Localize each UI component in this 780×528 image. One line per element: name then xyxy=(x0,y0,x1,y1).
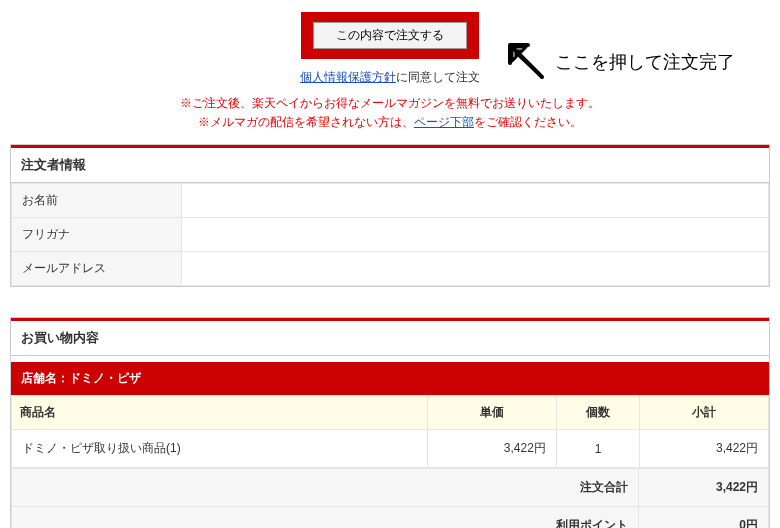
table-header-row: 商品名 単価 個数 小計 xyxy=(12,396,769,430)
cursor-arrow-icon xyxy=(500,35,550,83)
cart-title: お買い物内容 xyxy=(11,321,769,356)
customer-info-section: 注文者情報 お名前 フリガナ メールアドレス xyxy=(10,144,770,287)
order-button-frame: この内容で注文する xyxy=(301,12,479,59)
furigana-value xyxy=(182,218,769,252)
table-row: 注文合計 3,422円 xyxy=(12,469,769,507)
order-total-label: 注文合計 xyxy=(12,469,639,507)
submit-order-button[interactable]: この内容で注文する xyxy=(313,22,467,49)
notice-block: ※ご注文後、楽天ペイからお得なメールマガジンを無料でお送りいたします。 ※メルマ… xyxy=(0,94,780,144)
page-bottom-link[interactable]: ページ下部 xyxy=(414,115,474,129)
item-name: ドミノ・ピザ取り扱い商品(1) xyxy=(12,430,428,468)
table-row: ドミノ・ピザ取り扱い商品(1) 3,422円 1 3,422円 xyxy=(12,430,769,468)
furigana-label: フリガナ xyxy=(12,218,182,252)
email-value xyxy=(182,252,769,286)
col-unit: 単価 xyxy=(428,396,557,430)
col-subtotal: 小計 xyxy=(640,396,769,430)
customer-info-title: 注文者情報 xyxy=(11,148,769,183)
customer-info-table: お名前 フリガナ メールアドレス xyxy=(11,183,769,286)
item-qty: 1 xyxy=(556,430,640,468)
email-label: メールアドレス xyxy=(12,252,182,286)
shop-name-header: 店舗名：ドミノ・ピザ xyxy=(11,362,769,395)
col-name: 商品名 xyxy=(12,396,428,430)
annotation-text: ここを押して注文完了 xyxy=(555,50,735,74)
table-row: お名前 xyxy=(12,184,769,218)
points-value: 0円 xyxy=(639,507,769,528)
table-row: 利用ポイント 0円 xyxy=(12,507,769,528)
cart-section: お買い物内容 店舗名：ドミノ・ピザ 商品名 単価 個数 小計 ドミノ・ピザ取り扱… xyxy=(10,317,770,528)
consent-suffix: に同意して注文 xyxy=(396,70,480,84)
notice-line2-suffix: をご確認ください。 xyxy=(474,115,582,129)
table-row: フリガナ xyxy=(12,218,769,252)
name-label: お名前 xyxy=(12,184,182,218)
notice-line1: ※ご注文後、楽天ペイからお得なメールマガジンを無料でお送りいたします。 xyxy=(180,96,600,110)
items-table: 商品名 単価 個数 小計 ドミノ・ピザ取り扱い商品(1) 3,422円 1 3,… xyxy=(11,395,769,468)
notice-line2-prefix: ※メルマガの配信を希望されない方は、 xyxy=(198,115,414,129)
privacy-policy-link[interactable]: 個人情報保護方針 xyxy=(300,70,396,84)
points-label: 利用ポイント xyxy=(12,507,639,528)
col-qty: 個数 xyxy=(556,396,640,430)
summary-table: 注文合計 3,422円 利用ポイント 0円 請求金額 3,422円 xyxy=(11,468,769,528)
table-row: メールアドレス xyxy=(12,252,769,286)
item-unit: 3,422円 xyxy=(428,430,557,468)
order-total-value: 3,422円 xyxy=(639,469,769,507)
item-subtotal: 3,422円 xyxy=(640,430,769,468)
name-value xyxy=(182,184,769,218)
